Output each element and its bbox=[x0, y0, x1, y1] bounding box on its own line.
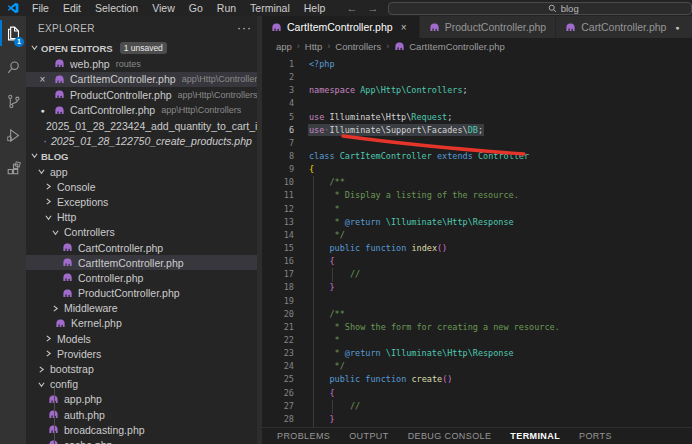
code-line[interactable]: 2 bbox=[262, 71, 692, 84]
tree-folder-http[interactable]: Http bbox=[26, 210, 262, 225]
code-line[interactable]: 9{ bbox=[262, 163, 692, 176]
tree-file-productcontroller-php[interactable]: ProductController.php bbox=[26, 286, 262, 301]
modified-dot-icon[interactable]: ● bbox=[671, 24, 683, 31]
line-number[interactable]: 16 bbox=[262, 255, 294, 268]
code-line[interactable]: 13 * @return \Illuminate\Http\Response bbox=[262, 216, 692, 229]
workspace-header[interactable]: BLOG bbox=[26, 149, 262, 164]
extensions-icon[interactable] bbox=[0, 152, 26, 186]
tree-folder-middleware[interactable]: Middleware bbox=[26, 301, 262, 316]
line-number[interactable]: 24 bbox=[262, 360, 294, 373]
code-line[interactable]: 28 } bbox=[262, 413, 692, 426]
run-debug-icon[interactable] bbox=[0, 118, 26, 152]
tab-cartcontroller-php[interactable]: CartController.php● bbox=[556, 16, 692, 38]
tree-folder-config[interactable]: config bbox=[26, 377, 262, 392]
code-line[interactable]: 26 { bbox=[262, 387, 692, 400]
sidebar-scrollbar[interactable] bbox=[257, 16, 262, 444]
tree-file-kernel-php[interactable]: Kernel.php bbox=[26, 316, 262, 331]
line-number[interactable]: 15 bbox=[262, 242, 294, 255]
tree-file-cartitemcontroller-php[interactable]: CartItemController.php bbox=[26, 255, 262, 270]
back-arrow-icon[interactable]: ← bbox=[346, 2, 357, 14]
code-line[interactable]: 23 * @return \Illuminate\Http\Response bbox=[262, 347, 692, 360]
line-number[interactable]: 27 bbox=[262, 400, 294, 413]
open-editor-item[interactable]: 2025_01_28_122750_create_products.phpdat… bbox=[26, 134, 262, 150]
line-number[interactable]: 2 bbox=[262, 71, 294, 84]
tab-productcontroller-php[interactable]: ProductController.php bbox=[420, 16, 557, 38]
code-line[interactable]: 3namespace App\Http\Controllers; bbox=[262, 84, 692, 97]
panel-tab-output[interactable]: OUTPUT bbox=[349, 431, 388, 441]
menu-go[interactable]: Go bbox=[182, 0, 210, 16]
open-editor-item[interactable]: 2025_01_28_223424_add_quantity_to_cart_i… bbox=[26, 118, 262, 134]
menu-help[interactable]: Help bbox=[297, 0, 333, 16]
line-number[interactable]: 13 bbox=[262, 216, 294, 229]
tree-folder-app[interactable]: app bbox=[26, 164, 262, 179]
code-line[interactable]: 22 * bbox=[262, 334, 692, 347]
line-number[interactable]: 4 bbox=[262, 97, 294, 110]
code-line[interactable]: 11 * Display a listing of the resource. bbox=[262, 189, 692, 202]
code-line[interactable]: 25 public function create() bbox=[262, 373, 692, 386]
code-line[interactable]: 7 bbox=[262, 137, 692, 150]
open-editor-item[interactable]: web.phproutes bbox=[26, 56, 262, 72]
tree-folder-controllers[interactable]: Controllers bbox=[26, 225, 262, 240]
breadcrumb-item[interactable]: CartItemController.php bbox=[394, 41, 505, 52]
tree-file-cartcontroller-php[interactable]: CartController.php bbox=[26, 240, 262, 255]
code-line[interactable]: 1<?php bbox=[262, 58, 692, 71]
tree-folder-exceptions[interactable]: Exceptions bbox=[26, 194, 262, 209]
menu-file[interactable]: File bbox=[25, 0, 56, 16]
tree-file-app-php[interactable]: app.php bbox=[26, 392, 262, 407]
menu-run[interactable]: Run bbox=[210, 0, 243, 16]
tree-folder-console[interactable]: Console bbox=[26, 179, 262, 194]
tree-file-auth-php[interactable]: auth.php bbox=[26, 407, 262, 422]
breadcrumb-item[interactable]: Controllers bbox=[335, 41, 381, 52]
open-editor-item[interactable]: × CartItemController.phpapp\Http\Control… bbox=[26, 72, 262, 88]
code-line[interactable]: 15 public function index() bbox=[262, 242, 692, 255]
tree-folder-models[interactable]: Models bbox=[26, 331, 262, 346]
line-number[interactable]: 14 bbox=[262, 229, 294, 242]
panel-tab-ports[interactable]: PORTS bbox=[579, 431, 612, 441]
tree-folder-bootstrap[interactable]: bootstrap bbox=[26, 361, 262, 376]
tree-file-broadcasting-php[interactable]: broadcasting.php bbox=[26, 422, 262, 437]
line-number[interactable]: 17 bbox=[262, 268, 294, 281]
close-icon[interactable]: × bbox=[398, 22, 410, 33]
line-number[interactable]: 12 bbox=[262, 203, 294, 216]
more-actions-icon[interactable]: ··· bbox=[237, 24, 252, 32]
breadcrumb-item[interactable]: Http bbox=[305, 41, 322, 52]
tree-file-controller-php[interactable]: Controller.php bbox=[26, 270, 262, 285]
modified-dot-icon[interactable]: ● bbox=[36, 107, 49, 114]
line-number[interactable]: 25 bbox=[262, 373, 294, 386]
line-number[interactable]: 5 bbox=[262, 111, 294, 124]
line-number[interactable]: 20 bbox=[262, 308, 294, 321]
close-icon[interactable]: × bbox=[36, 74, 49, 85]
panel-tab-problems[interactable]: PROBLEMS bbox=[277, 431, 330, 441]
line-number[interactable]: 11 bbox=[262, 189, 294, 202]
breadcrumb-item[interactable]: app bbox=[276, 41, 292, 52]
line-number[interactable]: 10 bbox=[262, 176, 294, 189]
code-line[interactable]: 6use·Illuminate\Support\Facades\DB; bbox=[262, 124, 692, 137]
tab-cartitemcontroller-php[interactable]: CartItemController.php× bbox=[262, 16, 420, 38]
line-number[interactable]: 28 bbox=[262, 413, 294, 426]
line-number[interactable]: 21 bbox=[262, 321, 294, 334]
explorer-icon[interactable]: 1 bbox=[0, 16, 26, 50]
code-line[interactable]: 14 */ bbox=[262, 229, 692, 242]
command-center-search[interactable]: blog bbox=[388, 2, 692, 15]
code-line[interactable]: 21 * Show the form for creating a new re… bbox=[262, 321, 692, 334]
code-line[interactable]: 27 // bbox=[262, 400, 692, 413]
menu-terminal[interactable]: Terminal bbox=[243, 0, 297, 16]
code-line[interactable]: 24 */ bbox=[262, 360, 692, 373]
search-panel-icon[interactable] bbox=[0, 50, 26, 84]
line-number[interactable]: 19 bbox=[262, 295, 294, 308]
tree-file-cache-php[interactable]: cache.php bbox=[26, 437, 262, 444]
code-line[interactable]: 12 * bbox=[262, 203, 692, 216]
open-editor-item[interactable]: ProductController.phpapp\Http\Controller… bbox=[26, 87, 262, 103]
code-line[interactable]: 10 /** bbox=[262, 176, 692, 189]
source-control-icon[interactable] bbox=[0, 84, 26, 118]
code-line[interactable]: 8class CartItemController extends Contro… bbox=[262, 150, 692, 163]
menu-view[interactable]: View bbox=[145, 0, 182, 16]
line-number[interactable]: 23 bbox=[262, 347, 294, 360]
tree-folder-providers[interactable]: Providers bbox=[26, 346, 262, 361]
code-line[interactable]: 5use Illuminate\Http\Request; bbox=[262, 111, 692, 124]
code-line[interactable]: 4 bbox=[262, 97, 692, 110]
line-number[interactable]: 8 bbox=[262, 150, 294, 163]
line-number[interactable]: 26 bbox=[262, 387, 294, 400]
line-number[interactable]: 18 bbox=[262, 281, 294, 294]
code-editor[interactable]: 1<?php23namespace App\Http\Controllers;4… bbox=[262, 54, 692, 428]
